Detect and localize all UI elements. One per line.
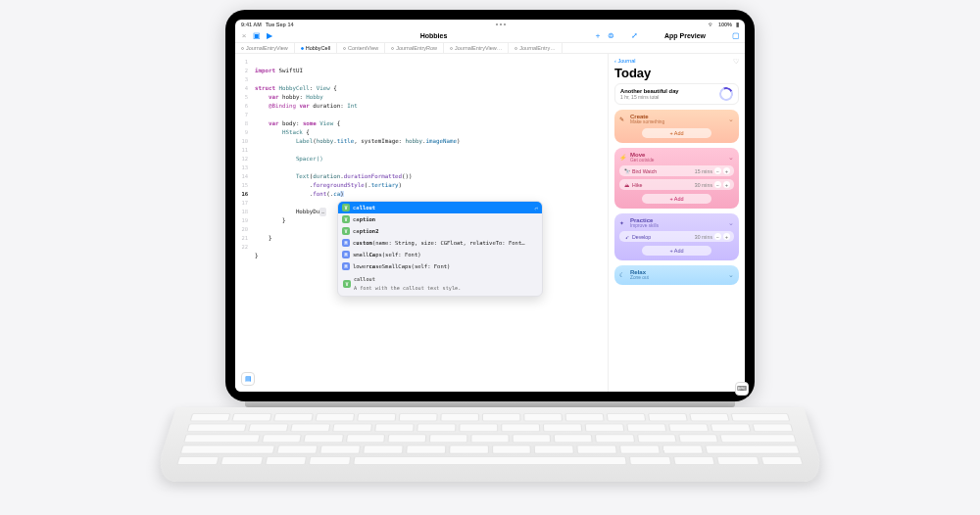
keyboard-button[interactable]: ⌨: [735, 382, 745, 392]
tab-journalentryview[interactable]: JournalEntryView: [235, 43, 295, 53]
minus-button[interactable]: −: [714, 167, 721, 174]
plus-button[interactable]: +: [723, 233, 730, 240]
autocomplete-item[interactable]: Vcaption2: [338, 225, 542, 237]
preview-header: App Preview: [642, 32, 728, 39]
plus-button[interactable]: +: [723, 167, 730, 174]
autocomplete-doc: VcalloutA font with the callout text sty…: [338, 272, 542, 296]
chevron-down-icon[interactable]: ⌄: [728, 271, 734, 279]
toolbar: × ▣ ▶ Hobbies ＋ ⊜ ⤢ App Preview ▢: [235, 29, 745, 43]
autocomplete-item[interactable]: MsmallCaps(self: Font): [338, 249, 542, 260]
code-editor[interactable]: 12345678910111213141516171819202122 impo…: [235, 54, 608, 392]
add-button[interactable]: + Add: [642, 194, 710, 204]
card-create[interactable]: ✎CreateMake something⌄+ Add: [614, 110, 739, 143]
wifi-icon: ᯤ: [709, 22, 714, 27]
fold-indicator[interactable]: …: [319, 208, 326, 216]
screen: 9:41 AM Tue Sep 14 ᯤ 100% ▮ × ▣ ▶ Hobbie…: [235, 20, 745, 392]
tab-journalentry…[interactable]: JournalEntry…: [509, 43, 562, 53]
card-relax[interactable]: ☾RelaxZone out⌄: [614, 265, 739, 285]
preview-title: Today: [614, 66, 739, 80]
progress-ring: [717, 85, 735, 103]
sidebar-toggle-icon[interactable]: ▣: [252, 31, 262, 41]
battery-icon: ▮: [736, 22, 739, 27]
editor-options-button[interactable]: ▤: [241, 372, 255, 386]
favorite-icon[interactable]: ♡: [733, 58, 739, 66]
line-gutter: 12345678910111213141516171819202122: [235, 54, 251, 392]
expand-icon[interactable]: ⤢: [629, 31, 639, 41]
status-bar: 9:41 AM Tue Sep 14 ᯤ 100% ▮: [235, 20, 745, 29]
card-move[interactable]: ⚡MoveGet outside⌄🔭Bird Watch15 mins−+⛰Hi…: [614, 148, 739, 209]
preview-device-icon[interactable]: ▢: [731, 31, 741, 41]
add-icon[interactable]: ＋: [593, 31, 603, 41]
chevron-down-icon[interactable]: ⌄: [728, 116, 734, 123]
plus-button[interactable]: +: [723, 181, 730, 188]
card-practice[interactable]: ✦PracticeImprove skills⌄➹Develop30 mins−…: [614, 213, 739, 260]
tab-journalentryrow[interactable]: JournalEntryRow: [385, 43, 444, 53]
autocomplete-item[interactable]: Vcallout⏎: [338, 202, 542, 213]
settings-icon[interactable]: ⊜: [606, 31, 615, 41]
chevron-down-icon[interactable]: ⌄: [728, 219, 734, 227]
add-button[interactable]: + Add: [642, 246, 710, 256]
minus-button[interactable]: −: [714, 181, 721, 188]
app-preview: ♡ ‹ Journal Today Another beautiful day …: [608, 54, 745, 392]
tab-contentview[interactable]: ContentView: [337, 43, 385, 53]
autocomplete-item[interactable]: Vcaption: [338, 213, 542, 225]
magic-keyboard: [153, 407, 828, 482]
run-button[interactable]: ▶: [265, 31, 274, 41]
status-time: 9:41 AM: [241, 22, 262, 27]
code-area[interactable]: import SwiftUI struct HobbyCell: View { …: [251, 54, 608, 392]
add-button[interactable]: + Add: [642, 128, 710, 138]
autocomplete-item[interactable]: Mcustom(name: String, size: CGFloat, rel…: [338, 237, 542, 249]
summary-line2: 1 hr, 15 mins total: [620, 94, 716, 100]
project-title: Hobbies: [277, 32, 590, 39]
tab-hobbycell[interactable]: HobbyCell: [295, 43, 337, 53]
multitask-dots[interactable]: [496, 23, 506, 25]
close-icon[interactable]: ×: [239, 31, 249, 41]
autocomplete-item[interactable]: MlowercaseSmallCaps(self: Font): [338, 260, 542, 272]
chevron-down-icon[interactable]: ⌄: [728, 154, 734, 162]
activity-row[interactable]: 🔭Bird Watch15 mins−+: [619, 165, 734, 176]
minus-button[interactable]: −: [714, 233, 721, 240]
editor-tabs: JournalEntryViewHobbyCellContentViewJour…: [235, 43, 745, 54]
tab-journalentryview…[interactable]: JournalEntryView…: [444, 43, 509, 53]
preview-breadcrumb[interactable]: ‹ Journal: [614, 58, 739, 64]
status-date: Tue Sep 14: [266, 22, 294, 27]
ipad-frame: 9:41 AM Tue Sep 14 ᯤ 100% ▮ × ▣ ▶ Hobbie…: [225, 10, 755, 401]
battery-pct: 100%: [718, 22, 732, 27]
activity-row[interactable]: ⛰Hike30 mins−+: [619, 179, 734, 190]
today-summary[interactable]: Another beautiful day 1 hr, 15 mins tota…: [614, 83, 739, 105]
autocomplete-popover[interactable]: Vcallout⏎VcaptionVcaption2Mcustom(name: …: [337, 201, 543, 297]
activity-row[interactable]: ➹Develop30 mins−+: [619, 231, 734, 242]
